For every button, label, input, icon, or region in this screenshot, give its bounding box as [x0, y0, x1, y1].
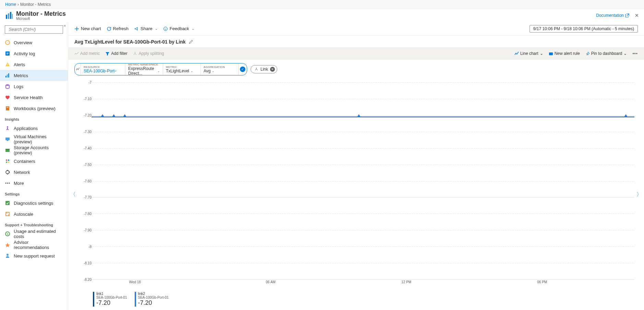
- sidebar-item-alerts[interactable]: Alerts: [0, 59, 68, 70]
- svg-point-4: [7, 29, 8, 30]
- documentation-link[interactable]: Documentation: [596, 13, 629, 18]
- svg-rect-1: [8, 13, 9, 19]
- legend-item[interactable]: link1SEA-100Gb-Port-01-7.20: [93, 292, 127, 307]
- share-button[interactable]: Share⌄: [134, 26, 158, 31]
- svg-point-30: [7, 183, 8, 184]
- legend-color-bar: [93, 292, 94, 307]
- aggregation-selector[interactable]: Avg⌄: [204, 69, 235, 73]
- y-tick: -7.40: [84, 146, 92, 150]
- legend-item[interactable]: link2SEA-100Gb-Port-01-7.20: [135, 292, 169, 307]
- chart-prev-button[interactable]: 〈: [70, 191, 76, 198]
- legend-value: -7.20: [138, 299, 169, 307]
- monitor-logo-icon: [5, 11, 13, 20]
- svg-rect-11: [7, 74, 8, 78]
- sidebar-item-more[interactable]: More: [0, 178, 68, 189]
- sidebar-item-new-support-request[interactable]: New support request: [0, 250, 68, 261]
- sidebar-item-activity-log[interactable]: Activity log: [0, 48, 68, 59]
- nav-icon: [5, 180, 10, 186]
- svg-text:$: $: [7, 232, 9, 236]
- y-tick: -7.80: [84, 212, 92, 216]
- more-menu-button[interactable]: •••: [632, 51, 638, 56]
- y-tick: -7.50: [84, 163, 92, 166]
- search-input[interactable]: [9, 27, 61, 32]
- sidebar-item-overview[interactable]: Overview: [0, 37, 68, 48]
- sidebar-item-network[interactable]: Network: [0, 167, 68, 178]
- svg-point-24: [8, 162, 9, 163]
- nav-label: New support request: [14, 253, 55, 259]
- breadcrumb-home[interactable]: Home: [5, 2, 16, 7]
- svg-point-38: [165, 28, 165, 28]
- pin-to-dashboard-button[interactable]: Pin to dashboard⌄: [585, 51, 627, 56]
- nav-label: Advisor recommendations: [14, 240, 63, 250]
- new-alert-button[interactable]: New alert rule: [549, 51, 580, 56]
- x-tick: 06 PM: [537, 280, 547, 284]
- new-chart-button[interactable]: New chart: [74, 26, 101, 31]
- nav-label: Usage and estimated costs: [14, 229, 63, 239]
- sidebar-search[interactable]: [5, 25, 63, 34]
- sidebar-item-advisor-recommendations[interactable]: Advisor recommendations: [0, 239, 68, 250]
- sidebar-item-logs[interactable]: Logs: [0, 81, 68, 92]
- sidebar-item-workbooks-preview-[interactable]: Workbooks (preview): [0, 103, 68, 114]
- pin-icon: [585, 51, 590, 56]
- svg-point-36: [7, 254, 9, 256]
- svg-rect-8: [7, 64, 8, 65]
- y-tick: -7.60: [84, 179, 92, 183]
- y-tick: -8.20: [84, 278, 92, 282]
- chevron-down-icon: ⌄: [540, 51, 543, 56]
- sidebar-item-autoscale[interactable]: Autoscale: [0, 208, 68, 219]
- svg-rect-18: [7, 140, 8, 141]
- collapse-sidebar-button[interactable]: «: [64, 23, 66, 27]
- sidebar-item-diagnostics-settings[interactable]: Diagnostics settings: [0, 198, 68, 208]
- sidebar-item-metrics[interactable]: Metrics: [0, 70, 68, 81]
- breadcrumb-current: Monitor - Metrics: [20, 2, 51, 7]
- chart-type-selector[interactable]: Line chart⌄: [514, 51, 543, 56]
- feedback-button[interactable]: Feedback⌄: [163, 26, 194, 31]
- nav-icon: [5, 242, 10, 248]
- y-tick: -7.70: [84, 195, 92, 199]
- metric-selector[interactable]: TxLightLevel⌄: [166, 69, 198, 73]
- remove-filter-button[interactable]: ✕: [270, 67, 275, 72]
- main-content: New chart Refresh Share⌄ Feedback⌄ 9/17 …: [68, 22, 644, 310]
- nav-icon: [5, 106, 10, 111]
- nav-icon: $: [5, 231, 10, 237]
- series-color-swatch[interactable]: [75, 63, 81, 75]
- sidebar-item-service-health[interactable]: Service Health: [0, 92, 68, 103]
- svg-point-39: [166, 28, 166, 28]
- time-range-picker[interactable]: 9/17 10:06 PM - 9/18 10:06 PM (Automatic…: [530, 25, 638, 33]
- close-button[interactable]: ✕: [635, 13, 639, 18]
- svg-rect-3: [12, 14, 13, 19]
- edit-icon[interactable]: [189, 39, 193, 44]
- x-tick: 06 AM: [266, 280, 276, 284]
- nav-icon: [5, 126, 10, 131]
- apply-splitting-button[interactable]: Apply splitting: [133, 51, 164, 56]
- nav-label: Service Health: [14, 95, 43, 100]
- refresh-button[interactable]: Refresh: [107, 26, 129, 31]
- y-tick: -8: [88, 245, 92, 249]
- nav-label: Applications: [14, 126, 38, 131]
- chart-next-button[interactable]: 〉: [636, 191, 642, 198]
- sidebar-item-usage-and-estimated-costs[interactable]: $Usage and estimated costs: [0, 228, 68, 239]
- svg-point-23: [6, 162, 7, 163]
- add-metric-button[interactable]: Add metric: [74, 51, 100, 56]
- nav-label: Alerts: [14, 62, 25, 67]
- apply-check-icon[interactable]: ✓: [240, 67, 245, 72]
- nav-label: Diagnostics settings: [14, 201, 53, 206]
- add-filter-button[interactable]: Add filter: [105, 51, 127, 56]
- sidebar-item-applications[interactable]: Applications: [0, 123, 68, 134]
- sidebar-item-containers[interactable]: Containers: [0, 156, 68, 167]
- svg-point-16: [7, 126, 8, 128]
- namespace-selector[interactable]: ExpressRoute Direct...⌄: [128, 66, 160, 76]
- search-icon: [7, 27, 8, 32]
- resource-selector[interactable]: [84, 69, 116, 73]
- sidebar-item-storage-accounts-preview-[interactable]: Storage Accounts (preview): [0, 145, 68, 156]
- sidebar-item-virtual-machines-preview-[interactable]: Virtual Machines (preview): [0, 134, 68, 145]
- plus-icon: [74, 26, 79, 31]
- chevron-down-icon: ⌄: [192, 27, 194, 31]
- filter-chip-link[interactable]: Link ✕: [251, 65, 277, 73]
- x-tick: Wed 18: [129, 280, 141, 284]
- chart-canvas[interactable]: -8.20-8.10-8-7.90-7.80-7.70-7.60-7.50-7.…: [78, 82, 634, 290]
- y-tick: -7.30: [84, 130, 92, 133]
- nav-icon: [5, 136, 10, 142]
- svg-rect-0: [6, 15, 7, 19]
- nav-icon: [5, 95, 10, 100]
